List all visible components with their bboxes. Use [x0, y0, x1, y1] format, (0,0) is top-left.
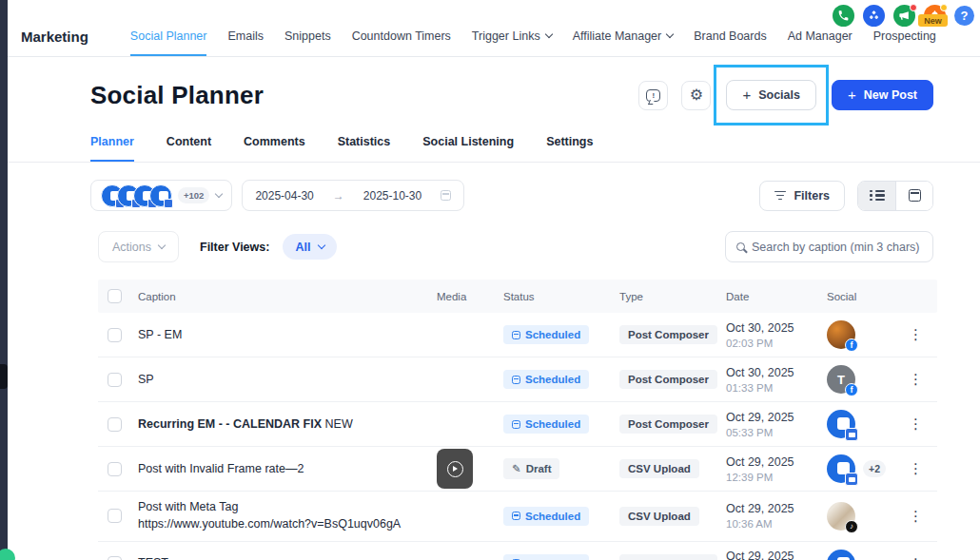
row-menu-button[interactable]: ⋮ — [903, 458, 929, 479]
pencil-icon: ✎ — [512, 462, 521, 475]
status-badge: Scheduled — [503, 415, 589, 434]
social-avatar — [827, 550, 855, 560]
calendar-view-button[interactable] — [895, 182, 932, 210]
nav-item-emails[interactable]: Emails — [227, 29, 264, 56]
nav-item-label: Brand Boards — [694, 29, 766, 43]
table-row: Post with Invalid Frame rate—2 ✎Draft CS… — [98, 447, 937, 492]
filters-button[interactable]: Filters — [759, 181, 845, 211]
row-checkbox[interactable] — [108, 462, 122, 476]
filters-label: Filters — [794, 189, 830, 203]
row-checkbox[interactable] — [108, 556, 122, 560]
nav-item-label: Social Planner — [130, 29, 207, 43]
select-all-checkbox[interactable] — [108, 289, 122, 303]
accounts-selector[interactable]: +102 — [90, 180, 232, 211]
type-badge: CSV Upload — [619, 507, 699, 526]
facebook-badge-icon: f — [845, 383, 858, 396]
announcements-icon[interactable] — [893, 5, 915, 27]
row-menu-button[interactable]: ⋮ — [903, 553, 929, 560]
filter-icon — [774, 191, 786, 201]
header-actions: ! ⚙ + Socials + New Post — [638, 80, 933, 110]
caption-search — [725, 231, 933, 262]
question-mark-icon: ? — [961, 9, 969, 23]
row-menu-button[interactable]: ⋮ — [903, 324, 929, 345]
tab-comments[interactable]: Comments — [244, 135, 305, 162]
filter-views-label: Filter Views: — [200, 241, 269, 254]
type-badge: Post Composer — [619, 415, 717, 434]
media-thumbnail[interactable] — [437, 449, 473, 489]
tab-social-listening[interactable]: Social Listening — [422, 135, 514, 162]
date-range-picker[interactable]: 2025-04-30 → 2025-10-30 — [242, 180, 464, 211]
calendar-icon — [909, 189, 921, 202]
app-window: ? Marketing Social PlannerEmailsSnippets… — [8, 0, 980, 560]
row-checkbox[interactable] — [108, 417, 122, 432]
nav-item-affiliate-manager[interactable]: Affiliate Manager — [573, 29, 674, 56]
add-socials-button[interactable]: + Socials — [726, 80, 816, 110]
tab-settings[interactable]: Settings — [546, 135, 593, 162]
nav-item-countdown-timers[interactable]: Countdown Timers — [352, 29, 451, 56]
date-range-end[interactable]: 2025-10-30 — [363, 189, 421, 203]
new-post-button[interactable]: + New Post — [832, 80, 933, 110]
column-header-type: Type — [619, 291, 726, 302]
row-menu-button[interactable]: ⋮ — [903, 369, 929, 390]
date-cell: Oct 29, 2025 05:33 PM — [726, 404, 827, 445]
caption-cell: Recurring EM - - CALENDAR FIX NEW — [138, 409, 437, 440]
top-navigation-bar: ? Marketing Social PlannerEmailsSnippets… — [8, 0, 980, 57]
table-row: Recurring EM - - CALENDAR FIX NEW Schedu… — [98, 402, 937, 447]
type-badge: Post Composer — [619, 325, 717, 344]
search-icon — [736, 242, 745, 251]
nav-item-trigger-links[interactable]: Trigger Links — [472, 29, 552, 56]
settings-button[interactable]: ⚙ — [681, 81, 711, 110]
toolbar-left: +102 2025-04-30 → 2025-10-30 — [90, 180, 464, 211]
table-row: SP Scheduled Post Composer Oct 30, 2025 … — [98, 357, 937, 402]
row-menu-button[interactable]: ⋮ — [903, 414, 929, 434]
calendar-icon — [512, 420, 520, 429]
date-range-start[interactable]: 2025-04-30 — [255, 189, 313, 203]
nav-item-label: Trigger Links — [472, 29, 540, 43]
nav-item-label: Emails — [227, 29, 264, 43]
gmb-badge-icon — [845, 473, 858, 486]
nav-item-social-planner[interactable]: Social Planner — [130, 29, 207, 56]
chevron-down-icon — [215, 189, 223, 197]
row-checkbox[interactable] — [108, 328, 122, 342]
row-checkbox[interactable] — [108, 509, 122, 523]
list-view-button[interactable] — [858, 182, 895, 210]
chevron-down-icon — [544, 30, 552, 38]
date-cell: Oct 29, 2025 10:36 AM — [726, 495, 827, 536]
caption-cell: SP - EM — [138, 319, 437, 351]
caption-cell: Post with Meta Tag https://www.youtube.c… — [138, 492, 437, 541]
actions-dropdown[interactable]: Actions — [98, 231, 179, 262]
nav-item-snippets[interactable]: Snippets — [284, 29, 331, 56]
table-row: Post with Meta Tag https://www.youtube.c… — [98, 492, 937, 542]
help-icon[interactable]: ? — [954, 6, 974, 26]
social-avatar: ♪ — [827, 502, 855, 531]
tab-planner[interactable]: Planner — [90, 135, 134, 162]
post-time: 02:03 PM — [726, 338, 827, 349]
nav-item-prospecting[interactable]: ProspectingNew — [873, 29, 936, 56]
type-badge: Post Composer — [619, 370, 717, 389]
page-title: Social Planner — [90, 81, 264, 110]
gear-icon: ⚙ — [690, 87, 703, 103]
chat-bubble-icon: ! — [646, 89, 660, 102]
row-checkbox[interactable] — [108, 373, 122, 387]
phone-icon[interactable] — [833, 5, 854, 27]
date-cell: Oct 29, 2025 12:39 PM — [726, 449, 827, 490]
row-menu-button[interactable]: ⋮ — [903, 506, 929, 527]
nav-item-label: Countdown Timers — [352, 29, 451, 43]
plus-icon: + — [742, 87, 751, 103]
type-badge: Post Composer — [619, 554, 717, 560]
caption-search-input[interactable] — [752, 241, 922, 254]
filter-views-dropdown[interactable]: All — [283, 234, 337, 260]
tab-content[interactable]: Content — [167, 135, 211, 162]
nav-item-ad-manager[interactable]: Ad Manager — [788, 29, 853, 56]
post-date: Oct 29, 2025 — [726, 455, 827, 469]
integrations-icon[interactable] — [863, 5, 885, 27]
nav-item-brand-boards[interactable]: Brand Boards — [694, 29, 766, 56]
table-header-row: Caption Media Status Type Date Social — [98, 280, 937, 313]
post-time: 10:36 AM — [726, 518, 827, 530]
tab-statistics[interactable]: Statistics — [338, 135, 391, 162]
status-badge: ✎Draft — [503, 458, 559, 479]
chevron-down-icon — [318, 241, 325, 248]
feedback-button[interactable]: ! — [638, 81, 668, 110]
actions-left: Actions Filter Views: All — [98, 231, 337, 262]
calendar-icon — [441, 190, 451, 201]
